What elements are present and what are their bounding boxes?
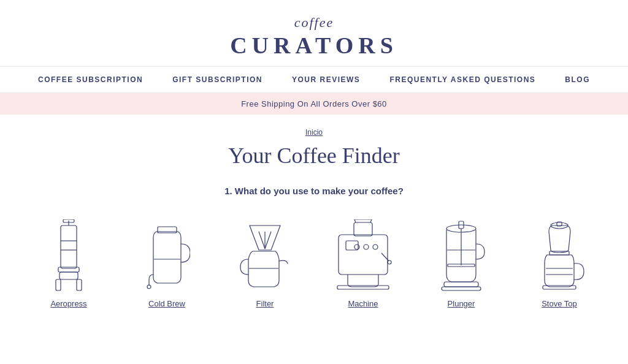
nav-blog[interactable]: BLOG — [565, 75, 590, 84]
page-title: Your Coffee Finder — [0, 143, 628, 169]
plunger-label: Plunger — [448, 299, 475, 308]
promo-banner: Free Shipping On All Orders Over $60 — [0, 93, 628, 115]
option-stove-top[interactable]: Stove Top — [529, 213, 590, 308]
svg-line-12 — [259, 232, 265, 249]
cold-brew-label: Cold Brew — [148, 299, 185, 308]
aeropress-label: Aeropress — [50, 299, 86, 308]
breadcrumb[interactable]: Inicio — [0, 128, 628, 137]
svg-rect-16 — [339, 235, 388, 275]
cold-brew-icon — [136, 213, 197, 293]
question-label: 1. What do you use to make your coffee? — [0, 186, 628, 196]
plunger-icon — [431, 213, 492, 293]
promo-text: Free Shipping On All Orders Over $60 — [241, 99, 387, 108]
option-aeropress[interactable]: Aeropress — [38, 213, 99, 308]
filter-icon — [234, 213, 296, 293]
nav-coffee-subscription[interactable]: COFFEE SUBSCRIPTION — [38, 75, 143, 84]
nav-faq[interactable]: FREQUENTLY ASKED QUESTIONS — [389, 75, 535, 84]
main-nav: COFFEE SUBSCRIPTION GIFT SUBSCRIPTION YO… — [0, 66, 628, 93]
option-machine[interactable]: Machine — [332, 213, 394, 308]
svg-rect-0 — [61, 226, 77, 268]
logo-script: coffee — [0, 15, 628, 31]
aeropress-icon — [38, 213, 99, 293]
option-filter[interactable]: Filter — [234, 213, 296, 308]
nav-your-reviews[interactable]: YOUR REVIEWS — [292, 75, 360, 84]
svg-rect-24 — [337, 286, 389, 289]
option-plunger[interactable]: Plunger — [431, 213, 492, 308]
svg-rect-21 — [346, 241, 358, 250]
site-header: coffee CURATORS — [0, 0, 628, 66]
stove-top-label: Stove Top — [542, 299, 577, 308]
logo-main: CURATORS — [0, 32, 628, 59]
svg-rect-17 — [354, 222, 372, 236]
svg-line-14 — [265, 232, 271, 249]
svg-rect-5 — [56, 279, 61, 290]
coffee-options-row: Aeropress Cold Brew — [0, 213, 628, 327]
filter-label: Filter — [256, 299, 274, 308]
svg-point-19 — [364, 245, 369, 249]
svg-rect-29 — [442, 287, 481, 290]
svg-rect-2 — [59, 272, 78, 279]
machine-icon — [332, 213, 394, 293]
svg-point-20 — [373, 245, 378, 249]
svg-point-23 — [388, 260, 391, 264]
option-cold-brew[interactable]: Cold Brew — [136, 213, 197, 308]
svg-point-18 — [354, 245, 359, 249]
stove-top-icon — [529, 213, 590, 293]
svg-rect-6 — [77, 279, 82, 290]
machine-label: Machine — [348, 299, 378, 308]
svg-rect-28 — [444, 282, 478, 287]
nav-gift-subscription[interactable]: GIFT SUBSCRIPTION — [172, 75, 262, 84]
